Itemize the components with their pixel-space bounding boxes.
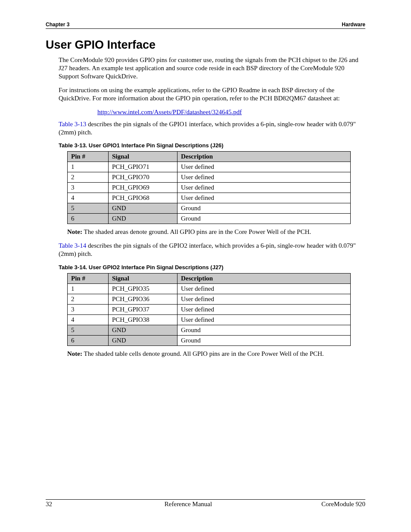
table-row: 6GNDGround bbox=[68, 214, 351, 224]
note-label: Note: bbox=[67, 228, 82, 235]
running-header: Chapter 3 Hardware bbox=[46, 22, 365, 29]
cell-pin: 2 bbox=[68, 172, 109, 183]
table-row: 1PCH_GPIO71User defined bbox=[68, 162, 351, 172]
cell-desc: User defined bbox=[177, 172, 351, 183]
page: Chapter 3 Hardware User GPIO Interface T… bbox=[0, 0, 411, 532]
cell-signal: PCH_GPIO36 bbox=[109, 294, 177, 304]
table-header-row: Pin # Signal Description bbox=[68, 273, 351, 283]
table2-note: Note: The shaded table cells denote grou… bbox=[67, 350, 365, 358]
datasheet-link[interactable]: http://www.intel.com/Assets/PDF/datashee… bbox=[97, 109, 242, 115]
table-row: 5GNDGround bbox=[68, 203, 351, 214]
cell-desc: Ground bbox=[177, 203, 351, 214]
cell-pin: 5 bbox=[68, 325, 109, 335]
col-signal: Signal bbox=[109, 152, 177, 162]
cell-pin: 1 bbox=[68, 162, 109, 172]
running-footer: 32 Reference Manual CoreModule 920 bbox=[46, 499, 365, 508]
table-row: 3PCH_GPIO37User defined bbox=[68, 304, 351, 314]
cell-signal: GND bbox=[109, 214, 177, 224]
cell-desc: Ground bbox=[177, 335, 351, 345]
table2-intro: Table 3-14 describes the pin signals of … bbox=[59, 242, 365, 258]
table2-xref[interactable]: Table 3-14 bbox=[59, 242, 86, 249]
cell-desc: User defined bbox=[177, 193, 351, 203]
cell-desc: User defined bbox=[177, 283, 351, 294]
table-row: 1PCH_GPIO35User defined bbox=[68, 283, 351, 294]
cell-pin: 6 bbox=[68, 214, 109, 224]
table-row: 4PCH_GPIO68User defined bbox=[68, 193, 351, 203]
table-row: 3PCH_GPIO69User defined bbox=[68, 183, 351, 193]
cell-desc: Ground bbox=[177, 214, 351, 224]
intro-paragraph-1: The CoreModule 920 provides GPIO pins fo… bbox=[59, 56, 365, 80]
note-label: Note: bbox=[67, 350, 82, 357]
footer-page-number: 32 bbox=[46, 501, 80, 508]
note2-text: The shaded table cells denote ground. Al… bbox=[82, 350, 324, 357]
cell-desc: User defined bbox=[177, 183, 351, 193]
cell-desc: User defined bbox=[177, 304, 351, 314]
cell-pin: 1 bbox=[68, 283, 109, 294]
cell-signal: GND bbox=[109, 335, 177, 345]
cell-signal: PCH_GPIO35 bbox=[109, 283, 177, 294]
table-row: 6GNDGround bbox=[68, 335, 351, 345]
table-row: 2PCH_GPIO70User defined bbox=[68, 172, 351, 183]
col-signal: Signal bbox=[109, 273, 177, 283]
cell-pin: 6 bbox=[68, 335, 109, 345]
cell-signal: GND bbox=[109, 203, 177, 214]
footer-title: Reference Manual bbox=[80, 501, 296, 508]
table-row: 2PCH_GPIO36User defined bbox=[68, 294, 351, 304]
cell-signal: PCH_GPIO38 bbox=[109, 314, 177, 325]
col-pin: Pin # bbox=[68, 273, 109, 283]
cell-pin: 2 bbox=[68, 294, 109, 304]
cell-pin: 4 bbox=[68, 193, 109, 203]
table-row: 5GNDGround bbox=[68, 325, 351, 335]
cell-signal: PCH_GPIO68 bbox=[109, 193, 177, 203]
cell-signal: GND bbox=[109, 325, 177, 335]
cell-signal: PCH_GPIO71 bbox=[109, 162, 177, 172]
cell-signal: PCH_GPIO69 bbox=[109, 183, 177, 193]
gpio2-tbody: 1PCH_GPIO35User defined2PCH_GPIO36User d… bbox=[68, 283, 351, 345]
table1-intro: Table 3-13 describes the pin signals of … bbox=[59, 120, 365, 137]
col-desc: Description bbox=[177, 152, 351, 162]
table-row: 4PCH_GPIO38User defined bbox=[68, 314, 351, 325]
table1-caption: Table 3-13. User GPIO1 Interface Pin Sig… bbox=[59, 142, 365, 149]
table1-note: Note: The shaded areas denote ground. Al… bbox=[67, 228, 365, 236]
gpio1-table: Pin # Signal Description 1PCH_GPIO71User… bbox=[67, 151, 351, 224]
col-desc: Description bbox=[177, 273, 351, 283]
cell-pin: 3 bbox=[68, 304, 109, 314]
datasheet-link-line: http://www.intel.com/Assets/PDF/datashee… bbox=[97, 109, 365, 116]
cell-pin: 5 bbox=[68, 203, 109, 214]
cell-signal: PCH_GPIO37 bbox=[109, 304, 177, 314]
header-section: Hardware bbox=[342, 22, 365, 28]
table2-intro-rest: describes the pin signals of the GPIO2 i… bbox=[59, 242, 356, 257]
footer-product: CoreModule 920 bbox=[296, 501, 365, 508]
cell-desc: Ground bbox=[177, 325, 351, 335]
gpio2-table: Pin # Signal Description 1PCH_GPIO35User… bbox=[67, 273, 351, 346]
cell-pin: 4 bbox=[68, 314, 109, 325]
table1-xref[interactable]: Table 3-13 bbox=[59, 121, 86, 128]
col-pin: Pin # bbox=[68, 152, 109, 162]
header-chapter: Chapter 3 bbox=[46, 22, 69, 28]
table1-intro-rest: describes the pin signals of the GPIO1 i… bbox=[59, 121, 356, 136]
cell-desc: User defined bbox=[177, 314, 351, 325]
note1-text: The shaded areas denote ground. All GPIO… bbox=[82, 228, 311, 235]
cell-pin: 3 bbox=[68, 183, 109, 193]
intro-paragraph-2: For instructions on using the example ap… bbox=[59, 86, 365, 103]
cell-signal: PCH_GPIO70 bbox=[109, 172, 177, 183]
cell-desc: User defined bbox=[177, 162, 351, 172]
cell-desc: User defined bbox=[177, 294, 351, 304]
page-title: User GPIO Interface bbox=[46, 38, 365, 52]
table2-caption: Table 3-14. User GPIO2 Interface Pin Sig… bbox=[59, 264, 365, 271]
gpio1-tbody: 1PCH_GPIO71User defined2PCH_GPIO70User d… bbox=[68, 162, 351, 224]
table-header-row: Pin # Signal Description bbox=[68, 152, 351, 162]
